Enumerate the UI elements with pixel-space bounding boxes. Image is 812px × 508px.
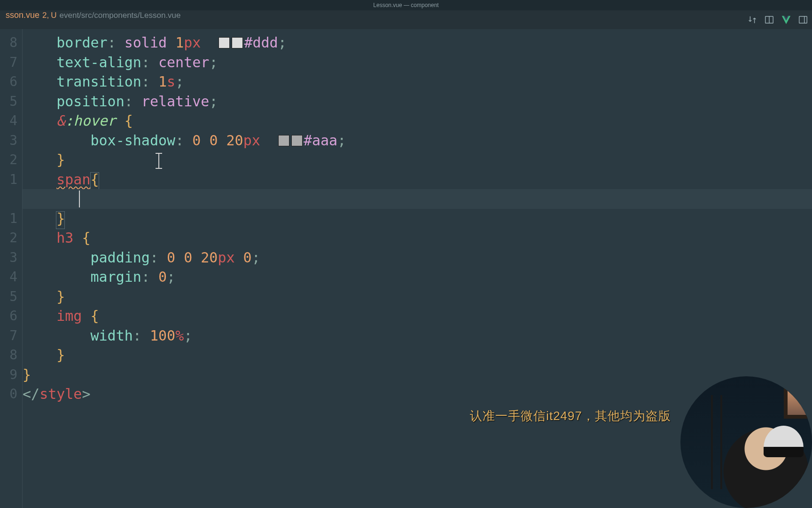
code-line[interactable]: box-shadow: 0 0 20px #aaa; [23, 131, 812, 151]
color-swatch-icon [232, 37, 243, 48]
code-line[interactable]: margin: 0; [23, 267, 812, 287]
cap-text: HELLO! [783, 437, 799, 442]
toggle-layout-icon[interactable] [798, 15, 808, 25]
gutter-line: 6 [0, 306, 22, 326]
tab-strip: sson.vue 2, U event/src/components/Lesso… [0, 10, 812, 29]
gutter-line: 2 [0, 150, 22, 170]
light-stand [711, 395, 713, 489]
gutter-line: 5 [0, 287, 22, 307]
code-line[interactable]: img { [23, 306, 812, 326]
code-line[interactable]: text-align: center; [23, 53, 812, 72]
text-cursor-icon [158, 153, 159, 169]
code-line[interactable]: &:hover { [23, 111, 812, 131]
caret-icon [79, 190, 80, 207]
code-line[interactable]: } [23, 150, 812, 170]
gutter-line: 3 [0, 248, 22, 268]
code-line[interactable]: padding: 0 0 20px 0; [23, 248, 812, 268]
gutter-line: 8 [0, 33, 22, 53]
webcam-overlay: HELLO! [680, 376, 812, 508]
compare-changes-icon[interactable] [747, 15, 757, 25]
editor-actions [747, 10, 808, 29]
code-line[interactable]: } [23, 365, 812, 385]
watermark-text: 认准一手微信it2497，其他均为盗版 [470, 408, 671, 424]
color-swatch-icon [291, 135, 303, 146]
gutter-line: 0 [0, 384, 22, 404]
window-titlebar: Lesson.vue — component [0, 0, 812, 10]
code-line[interactable]: width: 100%; [23, 326, 812, 346]
gutter-line: 1 [0, 170, 22, 190]
tab-git-status: U [51, 11, 56, 20]
gutter-line: 2 [0, 228, 22, 248]
code-line[interactable]: transition: 1s; [23, 72, 812, 92]
color-swatch-icon [219, 37, 230, 48]
gutter-line: 4 [0, 267, 22, 287]
gutter-line: 3 [0, 131, 22, 151]
tab-lesson-vue[interactable]: sson.vue 2, U event/src/components/Lesso… [0, 10, 187, 29]
gutter-line: 8 [0, 345, 22, 365]
split-editor-icon[interactable] [764, 15, 774, 25]
code-line[interactable]: </style> [23, 384, 812, 404]
gutter-line: 1 [0, 209, 22, 229]
code-line[interactable]: h3 { [23, 228, 812, 248]
gutter-line: 6 [0, 72, 22, 92]
line-gutter: 8 7 6 5 4 3 2 1 1 2 3 4 5 6 7 8 9 0 [0, 29, 23, 508]
code-line[interactable]: span{ [23, 170, 812, 190]
code-line[interactable]: } [23, 209, 812, 229]
code-line[interactable]: border: solid 1px #ddd; [23, 33, 812, 53]
gutter-line: 9 [0, 365, 22, 385]
code-line[interactable] [23, 189, 812, 209]
code-line[interactable]: } [23, 287, 812, 307]
tab-filename: sson.vue [6, 10, 39, 20]
tab-problems-count: 2, [42, 11, 49, 20]
svg-rect-1 [799, 16, 807, 24]
gutter-line: 5 [0, 92, 22, 111]
gutter-line: 7 [0, 53, 22, 72]
gutter-line: 7 [0, 326, 22, 346]
color-swatch-icon [278, 135, 289, 146]
vue-logo-icon[interactable] [781, 15, 791, 25]
gutter-line [0, 189, 22, 209]
window-title: Lesson.vue — component [373, 2, 438, 8]
code-line[interactable]: } [23, 345, 812, 365]
tab-filepath: event/src/components/Lesson.vue [60, 11, 181, 20]
gutter-line: 4 [0, 111, 22, 131]
code-line[interactable]: position: relative; [23, 92, 812, 111]
